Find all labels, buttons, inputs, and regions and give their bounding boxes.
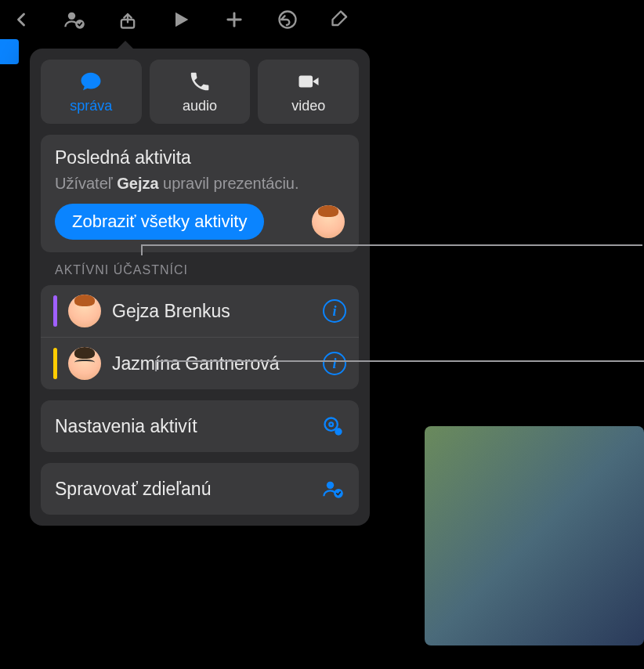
avatar — [68, 295, 101, 327]
collaboration-popover: správa audio video Posledná aktivita Uží… — [30, 49, 370, 526]
recent-activity-title: Posledná aktivita — [55, 147, 345, 168]
svg-marker-3 — [175, 13, 188, 27]
slide-selection-indicator — [0, 39, 19, 64]
communication-buttons: správa audio video — [41, 60, 359, 124]
video-label: video — [291, 98, 325, 114]
video-button[interactable]: video — [258, 60, 359, 124]
svg-rect-7 — [298, 75, 313, 87]
svg-point-11 — [335, 428, 342, 435]
message-label: správa — [70, 98, 112, 114]
show-all-activities-button[interactable]: Zobraziť všetky aktivity — [55, 204, 264, 240]
info-icon[interactable]: i — [323, 299, 346, 323]
share-icon[interactable] — [116, 8, 139, 31]
video-icon — [297, 70, 320, 93]
message-icon — [79, 70, 103, 93]
audio-button[interactable]: audio — [150, 60, 251, 124]
message-button[interactable]: správa — [41, 60, 142, 124]
active-participants-header: AKTÍVNI ÚČASTNÍCI — [55, 263, 356, 277]
plus-icon[interactable] — [223, 8, 246, 31]
participant-color — [53, 295, 57, 327]
activity-settings-button[interactable]: Nastavenia aktivít — [41, 400, 359, 452]
callout-line — [141, 244, 642, 246]
info-icon[interactable]: i — [323, 352, 346, 375]
svg-marker-8 — [313, 78, 319, 85]
phone-icon — [188, 70, 212, 93]
play-icon[interactable] — [169, 8, 193, 31]
participant-color — [53, 348, 57, 379]
participants-list: Gejza Brenkus i Jazmína Gantnerová i — [41, 285, 359, 389]
svg-point-12 — [327, 482, 334, 489]
recent-activity-card: Posledná aktivita Užívateľ Gejza upravil… — [41, 135, 359, 252]
callout-line — [155, 360, 644, 362]
background-photo — [425, 426, 644, 645]
svg-point-9 — [325, 418, 338, 431]
list-item[interactable]: Gejza Brenkus i — [41, 285, 359, 337]
undo-icon[interactable] — [276, 8, 299, 31]
list-item[interactable]: Jazmína Gantnerová i — [41, 337, 359, 389]
svg-point-10 — [329, 422, 333, 426]
svg-point-0 — [68, 13, 75, 20]
avatar — [312, 205, 345, 238]
back-icon[interactable] — [9, 8, 33, 31]
audio-label: audio — [183, 98, 217, 114]
manage-share-icon — [321, 477, 345, 501]
format-brush-icon[interactable] — [329, 8, 353, 31]
toolbar — [0, 0, 644, 39]
manage-shared-button[interactable]: Spravovať zdieľanú — [41, 463, 359, 515]
participant-name: Jazmína Gantnerová — [112, 353, 312, 374]
collaborate-icon[interactable] — [63, 8, 86, 31]
avatar — [68, 347, 101, 380]
participant-name: Gejza Brenkus — [112, 301, 312, 322]
recent-activity-text: Užívateľ Gejza upravil prezentáciu. — [55, 175, 345, 193]
gear-icon — [321, 414, 345, 438]
